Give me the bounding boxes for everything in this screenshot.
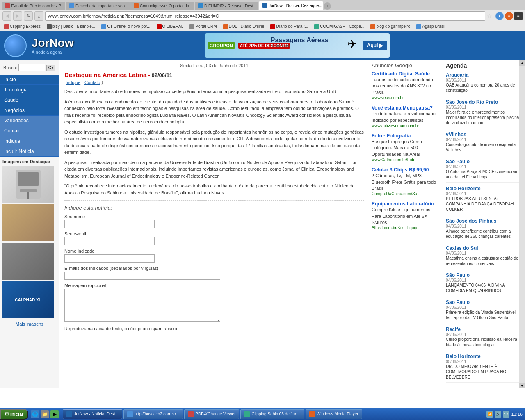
bookmark-ct-online[interactable]: CT Online, o novo por...	[99, 24, 153, 30]
article-para-3: A pesquisa – realizada por meio de uma p…	[64, 159, 364, 180]
agenda-date-9: 04/06/2011	[446, 332, 523, 337]
scroll-up-button[interactable]: ▲	[519, 60, 525, 66]
nav-item-saude[interactable]: Saúde	[0, 95, 59, 105]
banner-area: GROUPON ATÉ 70% DE DESCONTO ✈ Passagens …	[74, 33, 521, 58]
extension-icon-1[interactable]: ●	[495, 12, 504, 20]
bookmark-agasp[interactable]: Agasp Brasil	[414, 24, 447, 30]
extension-icon-3[interactable]: ≡	[514, 12, 523, 20]
tab-difundir[interactable]: DIFUNDIR - Release: Dest...	[195, 2, 258, 10]
logo-globe	[4, 34, 27, 57]
nav-link-contato[interactable]: Contato	[0, 126, 59, 136]
form-label-indicated: Nome indicado	[64, 249, 364, 253]
home-button[interactable]: ⌂	[34, 11, 43, 21]
tab-descoberta[interactable]: Descoberta importante sob...	[66, 2, 130, 10]
article-title-link[interactable]: Destaque na América Latina	[64, 71, 146, 78]
nav-item-negocios[interactable]: Negócios	[0, 105, 59, 116]
ad-title-1[interactable]: Você está na Menopausa?	[372, 105, 441, 111]
new-tab-button[interactable]: +	[324, 2, 331, 10]
agenda-city-2[interactable]: vVlinhos	[446, 132, 523, 137]
form-group-indicated: Nome indicado	[64, 249, 364, 262]
bookmark-coomigasp[interactable]: COOMIGASP - Coope...	[312, 24, 367, 30]
tab-email[interactable]: E-mail de Ptexto.com.br - P...	[2, 2, 65, 10]
agenda-item-4: Belo Horizonte 04/06/2011 PETROBRAS APRE…	[446, 186, 523, 215]
nav-menu: Início Tecnologia Saúde Negócios Varieda…	[0, 75, 59, 157]
agenda-city-1[interactable]: São José do Rio Preto	[446, 99, 523, 105]
scroll-down-button[interactable]: ▼	[519, 383, 525, 388]
more-images-link[interactable]: Mais imagens	[2, 320, 57, 328]
agenda-city-0[interactable]: Araucária	[446, 72, 523, 78]
nav-item-inicio[interactable]: Início	[0, 75, 59, 85]
bookmark-star[interactable]: ☆	[487, 13, 492, 19]
tab-favicon-comunique	[134, 3, 139, 8]
bookmark-diario-para[interactable]: Diário do Pará :...	[268, 24, 310, 30]
forward-button[interactable]: ▶	[13, 11, 22, 21]
nav-link-variedades[interactable]: Variedades	[0, 116, 59, 126]
featured-image-people[interactable]	[2, 243, 54, 280]
agenda-date-3: 04/06/2011	[446, 164, 523, 169]
agenda-city-3[interactable]: São Paulo	[446, 159, 523, 164]
search-input[interactable]	[18, 64, 45, 71]
featured-image-chair[interactable]	[2, 166, 54, 203]
agenda-city-10[interactable]: Belo Horizonte	[446, 354, 523, 359]
agenda-city-4[interactable]: Belo Horizonte	[446, 186, 523, 192]
banner-main-text-area: Passagens Aéreas *Oferta Ilustr.	[271, 37, 329, 48]
nav-link-negocios[interactable]: Negócios	[0, 105, 59, 116]
agenda-item-6: Caxias do Sul 04/06/2011 Maesthria ensin…	[446, 245, 523, 269]
bookmark-icon-bitly	[47, 24, 52, 29]
form-input-name[interactable]	[64, 220, 155, 228]
form-input-emails[interactable]	[64, 272, 220, 280]
nav-item-contato[interactable]: Contato	[0, 126, 59, 136]
featured-image-calphad[interactable]: CALPHAD XL	[2, 281, 54, 318]
link-indique[interactable]: Indique	[66, 80, 80, 85]
ad-title-2[interactable]: Foto - Fotografia	[372, 133, 441, 139]
bookmark-portal-orm[interactable]: Portal ORM	[187, 24, 219, 30]
form-input-email[interactable]	[64, 237, 155, 245]
form-textarea-message[interactable]	[64, 289, 220, 322]
nav-item-tecnologia[interactable]: Tecnologia	[0, 85, 59, 95]
back-button[interactable]: ◀	[2, 11, 11, 21]
article-para-0: Descoberta importante sobre tumores na h…	[64, 88, 364, 95]
nav-link-inicio[interactable]: Início	[0, 75, 59, 85]
bookmark-clipping-express[interactable]: Clipping Express	[2, 24, 43, 30]
ad-title-0[interactable]: Certificado Digital Saúde	[372, 71, 441, 77]
ad-title-4[interactable]: Equipamentos Laboratório	[372, 201, 441, 207]
agenda-city-9[interactable]: Recife	[446, 326, 523, 332]
banner-button[interactable]: Aqui ▶	[363, 41, 387, 50]
agenda-city-5[interactable]: São José dos Pinhais	[446, 218, 523, 224]
nav-link-indique[interactable]: Indique	[0, 136, 59, 146]
nav-item-indique[interactable]: Indique	[0, 136, 59, 146]
nav-link-incluir[interactable]: Incluir Notícia	[0, 146, 59, 157]
ad-title-3[interactable]: Celular 3 Chips R$ 99,90	[372, 167, 441, 173]
nav-item-incluir[interactable]: Incluir Notícia	[0, 146, 59, 157]
agenda-city-7[interactable]: São Paulo	[446, 272, 523, 278]
tab-comunique[interactable]: Comunique-se. O portal da...	[130, 2, 194, 10]
address-bar[interactable]: www.jornow.com.br/jornow/noticia.php?ide…	[45, 11, 485, 21]
bookmark-dol[interactable]: DOL - Diário Online	[221, 24, 267, 30]
nav-link-tecnologia[interactable]: Tecnologia	[0, 85, 59, 95]
article-date-label: - 02/06/11	[148, 72, 173, 78]
agenda-city-6[interactable]: Caxias do Sul	[446, 245, 523, 251]
groupon-logo: GROUPON	[208, 42, 235, 49]
banner-main-text: Passagens Aéreas	[271, 37, 329, 44]
form-input-indicated[interactable]	[64, 254, 155, 262]
extension-icon-2[interactable]: ●	[505, 12, 513, 20]
tab-jornow[interactable]: JorNow - Notícia: Destaque... ✕	[259, 1, 323, 10]
agenda-date-1: 03/06/2011	[446, 105, 523, 110]
nav-link-saude[interactable]: Saúde	[0, 95, 59, 105]
bookmark-liberal[interactable]: O LIBERAL	[154, 24, 186, 30]
agenda-city-8[interactable]: Sao Paulo	[446, 299, 523, 305]
agenda-desc-9: Curso proporciona inclusão da Terceira I…	[446, 337, 523, 347]
reload-button[interactable]: ↻	[24, 11, 33, 21]
nav-item-variedades[interactable]: Variedades	[0, 116, 59, 126]
bookmark-blog-garimpeiro[interactable]: blog do garimpeiro	[368, 24, 413, 30]
left-sidebar: Busca: Ok Início Tecnologia Saúde Negóci…	[0, 60, 59, 388]
link-contato[interactable]: Contato	[84, 80, 100, 85]
tabs-row: E-mail de Ptexto.com.br - P... Descobert…	[0, 0, 525, 10]
groupon-banner[interactable]: GROUPON ATÉ 70% DE DESCONTO ✈ Passagens …	[205, 33, 390, 58]
ad-text-0: Laudos certificados atendendo aos requis…	[372, 77, 441, 96]
article-links: Indique - Contato )	[64, 80, 364, 85]
featured-image-person[interactable]	[2, 204, 54, 241]
search-button[interactable]: Ok	[46, 65, 56, 71]
ad-item-2: Foto - Fotografia Busque Empregos Como F…	[372, 133, 441, 162]
bookmark-bitly[interactable]: bitly | Basic | a simple...	[44, 24, 98, 30]
